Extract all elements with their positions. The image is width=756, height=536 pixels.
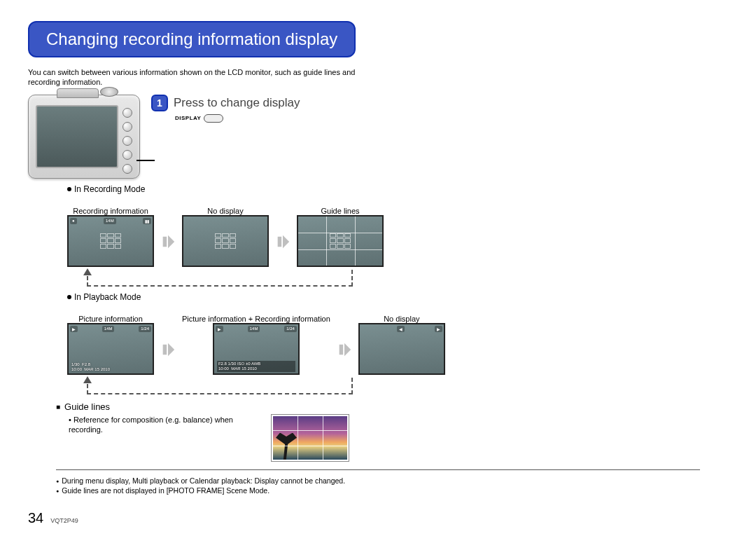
page-title: Changing recording information display [28,21,356,57]
screen-label: Guide lines [321,197,359,215]
screen-playback-no-display: .◀▶ [358,323,445,375]
separator [56,469,700,470]
step-row: 1 Press to change display DISPLAY [28,95,728,179]
display-button-label: DISPLAY [175,115,201,121]
screen-label: Picture information [78,305,143,323]
screen-label: Recording information [73,197,148,215]
guide-lines-text: Reference for composition (e.g. balance)… [69,415,258,435]
arrow-right-icon [336,340,353,359]
screen-picture-plus-recording: ▶14M1/24 F2.8 1/30 ISO ±0 AWB10:00 MAR 1… [213,323,300,375]
screen-guide-lines [297,215,384,267]
step-number: 1 [151,95,168,111]
playback-mode-heading: In Playback Mode [67,292,728,302]
guide-lines-heading: Guide lines [56,401,728,412]
doc-code: VQT2P49 [50,517,78,524]
screen-recording-info: ●14M▮▮ [67,215,154,267]
display-button-icon [204,114,223,123]
screen-label: Picture information + Recording informat… [182,305,330,323]
loop-arrow [87,270,353,287]
intro-text: You can switch between various informati… [28,67,364,88]
guide-lines-example-image [272,415,349,461]
loop-arrow [87,378,353,394]
notes-list: During menu display, Multi playback or C… [56,476,728,496]
playback-mode-screens: Picture information ▶14M1/24 1/30 F2.810… [67,305,728,375]
recording-mode-heading: In Recording Mode [67,184,728,194]
screen-label: No display [384,305,419,323]
arrow-right-icon [160,340,176,359]
note-item: During menu display, Multi playback or C… [56,476,728,486]
camera-illustration [28,95,140,179]
page-number: 34 [28,510,43,526]
arrow-right-icon [274,232,291,252]
page-footer: 34 VQT2P49 [28,510,78,526]
screen-picture-info: ▶14M1/24 1/30 F2.810:00 MAR 15 2010 [67,323,154,375]
step-title: Press to change display [174,96,300,110]
guide-lines-section: Reference for composition (e.g. balance)… [69,415,728,461]
arrow-right-icon [160,232,176,252]
screen-no-display [182,215,269,267]
recording-mode-screens: Recording information ●14M▮▮ No display … [67,197,728,267]
screen-label: No display [207,197,243,215]
note-item: Guide lines are not displayed in [PHOTO … [56,486,728,496]
